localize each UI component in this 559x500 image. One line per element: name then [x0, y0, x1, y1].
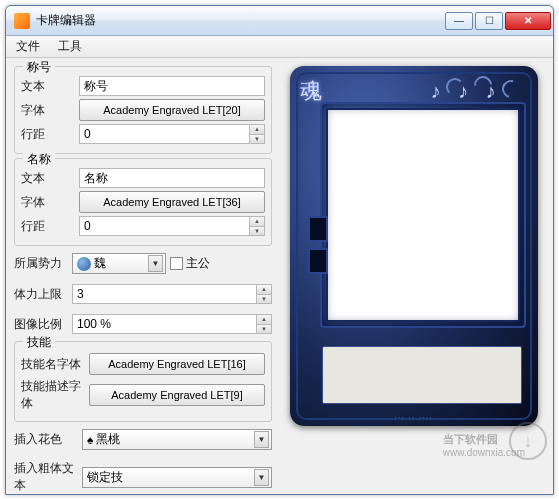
group-name-legend: 名称	[23, 151, 55, 168]
chevron-down-icon[interactable]: ▼	[148, 255, 163, 272]
hp-spinner[interactable]: ▲▼	[72, 284, 272, 304]
window-controls: — ☐ ✕	[445, 12, 551, 30]
window-title: 卡牌编辑器	[36, 12, 445, 29]
menu-file[interactable]: 文件	[12, 36, 44, 57]
skill-name-font-button[interactable]: Academy Engraved LET[16]	[89, 353, 265, 375]
title-spacing-input[interactable]	[79, 124, 249, 144]
spin-up-icon[interactable]: ▲	[250, 125, 264, 135]
name-spacing-spinner[interactable]: ▲▼	[79, 216, 265, 236]
maximize-button[interactable]: ☐	[475, 12, 503, 30]
hp-label: 体力上限	[14, 286, 68, 303]
group-title: 称号 文本 字体 Academy Engraved LET[20] 行距 ▲▼	[14, 66, 272, 154]
title-font-label: 字体	[21, 102, 75, 119]
name-font-label: 字体	[21, 194, 75, 211]
menubar: 文件 工具	[6, 36, 553, 58]
name-text-input[interactable]	[79, 168, 265, 188]
close-button[interactable]: ✕	[505, 12, 551, 30]
scale-spinner[interactable]: ▲▼	[72, 314, 272, 334]
suit-combo[interactable]: ♠黑桃 ▼	[82, 429, 272, 450]
spin-down-icon[interactable]: ▼	[257, 295, 271, 304]
spin-up-icon[interactable]: ▲	[250, 217, 264, 227]
name-text-label: 文本	[21, 170, 75, 187]
spin-down-icon[interactable]: ▼	[250, 135, 264, 144]
spin-up-icon[interactable]: ▲	[257, 315, 271, 325]
watermark-icon: ↓	[509, 422, 547, 460]
scale-input[interactable]	[72, 314, 256, 334]
title-text-label: 文本	[21, 78, 75, 95]
checkbox-icon[interactable]	[170, 257, 183, 270]
scale-label: 图像比例	[14, 316, 68, 333]
lord-label: 主公	[186, 255, 210, 272]
app-window: 卡牌编辑器 — ☐ ✕ 文件 工具 称号 文本 字体 Academy Engra…	[5, 5, 554, 495]
title-font-button[interactable]: Academy Engraved LET[20]	[79, 99, 265, 121]
skill-desc-font-button[interactable]: Academy Engraved LET[9]	[89, 384, 265, 406]
skill-name-font-label: 技能名字体	[21, 356, 85, 373]
card-footer: ··· ·· ····	[290, 412, 538, 422]
name-spacing-input[interactable]	[79, 216, 249, 236]
editor-panel: 称号 文本 字体 Academy Engraved LET[20] 行距 ▲▼	[14, 66, 272, 486]
spin-down-icon[interactable]: ▼	[257, 325, 271, 334]
suit-label: 插入花色	[14, 431, 78, 448]
group-name: 名称 文本 字体 Academy Engraved LET[36] 行距 ▲▼	[14, 158, 272, 246]
title-spacing-label: 行距	[21, 126, 75, 143]
chevron-down-icon[interactable]: ▼	[254, 469, 269, 486]
minimize-button[interactable]: —	[445, 12, 473, 30]
ornament-swirls	[424, 70, 534, 106]
group-title-legend: 称号	[23, 59, 55, 76]
lord-checkbox[interactable]: 主公	[170, 255, 210, 272]
bold-label: 插入粗体文本	[14, 460, 78, 494]
title-spacing-spinner[interactable]: ▲▼	[79, 124, 265, 144]
spade-icon: ♠	[87, 433, 93, 447]
faction-icon	[77, 257, 91, 271]
title-text-input[interactable]	[79, 76, 265, 96]
card-art-area	[326, 108, 520, 322]
card-side-tab	[308, 216, 328, 242]
card-desc-area	[322, 346, 522, 404]
app-icon	[14, 13, 30, 29]
group-skill: 技能 技能名字体 Academy Engraved LET[16] 技能描述字体…	[14, 341, 272, 422]
content-area: 称号 文本 字体 Academy Engraved LET[20] 行距 ▲▼	[6, 58, 553, 494]
spin-down-icon[interactable]: ▼	[250, 227, 264, 236]
group-skill-legend: 技能	[23, 334, 55, 351]
faction-label: 所属势力	[14, 255, 68, 272]
menu-tools[interactable]: 工具	[54, 36, 86, 57]
card-preview-area: 魂 ♪ ♪ ♪ ··· ·· ···· 当下软件园 www.downxia.co…	[282, 66, 545, 486]
chevron-down-icon[interactable]: ▼	[254, 431, 269, 448]
name-font-button[interactable]: Academy Engraved LET[36]	[79, 191, 265, 213]
card-side-tab	[308, 248, 328, 274]
faction-combo[interactable]: 魏 ▼	[72, 253, 166, 274]
bold-combo[interactable]: 锁定技 ▼	[82, 467, 272, 488]
skill-desc-font-label: 技能描述字体	[21, 378, 85, 412]
titlebar[interactable]: 卡牌编辑器 — ☐ ✕	[6, 6, 553, 36]
name-spacing-label: 行距	[21, 218, 75, 235]
card-preview: 魂 ♪ ♪ ♪ ··· ·· ····	[290, 66, 538, 426]
spin-up-icon[interactable]: ▲	[257, 285, 271, 295]
hp-input[interactable]	[72, 284, 256, 304]
flame-icon: 魂	[300, 76, 330, 106]
